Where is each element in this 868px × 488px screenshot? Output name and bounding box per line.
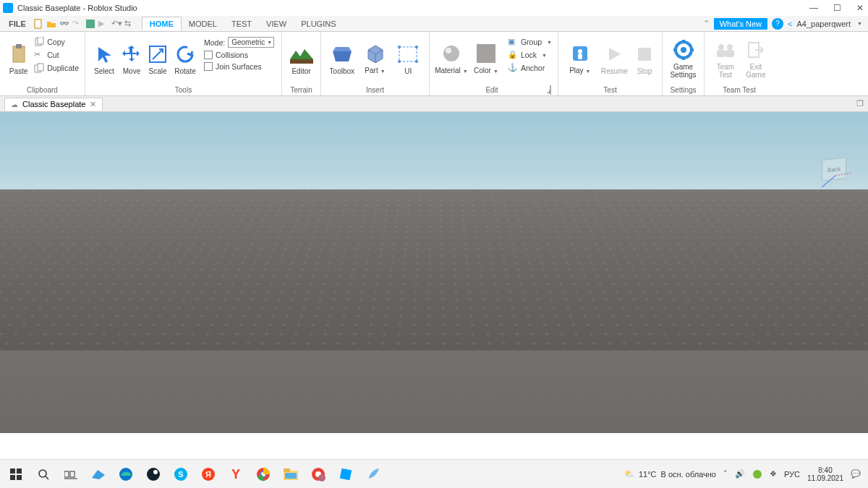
ribbon-group-clipboard: Paste Copy ✂Cut Duplicate Clipboard — [0, 32, 85, 95]
svg-rect-20 — [578, 53, 582, 59]
toolbox-button[interactable]: Toolbox — [326, 35, 359, 82]
weather-widget[interactable]: ⛅ 11°C В осн. облачно — [624, 469, 716, 479]
svg-point-11 — [398, 46, 401, 48]
whats-new-button[interactable]: What's New — [714, 18, 767, 30]
baseplate-terrain — [0, 189, 868, 351]
share-icon[interactable]: < — [788, 20, 792, 28]
document-tab-label: Classic Baseplate — [22, 100, 85, 108]
paste-button[interactable]: Paste — [4, 35, 33, 82]
group-button[interactable]: ▣Group▼ — [506, 36, 553, 48]
resume-button[interactable]: Resume — [597, 35, 632, 82]
lock-button[interactable]: 🔒Lock▼ — [506, 49, 553, 61]
close-tab-icon[interactable]: ✕ — [90, 100, 96, 109]
taskbar-clock[interactable]: 8:40 11.09.2021 — [807, 466, 843, 482]
ribbon-tabs-bar: FILE 👓 ↷ ▶ ↶▾ ⇆ HOME MODEL TEST VIEW PLU… — [0, 16, 868, 32]
edit-dialog-launcher[interactable] — [550, 86, 553, 94]
svg-rect-5 — [38, 37, 43, 44]
anchor-button[interactable]: ⚓Anchor — [506, 62, 553, 74]
cut-button[interactable]: ✂Cut — [33, 49, 80, 61]
move-button[interactable]: Move — [119, 35, 145, 82]
tab-test[interactable]: TEST — [224, 17, 259, 30]
tray-nvidia-icon[interactable]: ❖ — [770, 469, 777, 479]
taskbar-app-1[interactable] — [85, 463, 111, 486]
tab-home[interactable]: HOME — [142, 17, 182, 30]
play-icon[interactable]: ▶ — [98, 19, 109, 29]
qat-customize-icon[interactable]: ⇆ — [124, 19, 135, 29]
tab-plugins[interactable]: PLUGINS — [294, 17, 343, 30]
document-tab[interactable]: ☁ Classic Baseplate ✕ — [4, 98, 103, 111]
windows-taskbar: S Я Y ⛅ 11°C В осн. облачно ˄ 🔊 ❖ РУС 8:… — [0, 459, 868, 488]
taskbar-roblox-studio[interactable] — [333, 463, 359, 486]
taskbar-skype[interactable]: S — [168, 463, 194, 486]
exit-game-button[interactable]: ExitGame — [742, 35, 770, 82]
help-icon[interactable]: ? — [772, 18, 783, 30]
material-button[interactable]: Material▼ — [434, 35, 469, 82]
taskbar-explorer[interactable] — [278, 463, 304, 486]
notifications-icon[interactable]: 💬 — [851, 469, 861, 479]
play-button[interactable]: Play▼ — [563, 35, 597, 82]
taskbar-yandex-browser[interactable]: Y — [223, 463, 249, 486]
taskbar-chrome-profile[interactable] — [305, 463, 331, 486]
ribbon-group-settings: GameSettings Settings — [663, 32, 705, 95]
new-file-icon[interactable] — [33, 19, 43, 29]
svg-rect-3 — [16, 44, 22, 48]
collapse-ribbon-icon[interactable]: ⌃ — [703, 19, 710, 28]
search-button[interactable] — [30, 463, 56, 486]
find-icon[interactable]: 👓 — [59, 19, 69, 29]
taskbar-chrome[interactable] — [250, 463, 276, 486]
group-icon: ▣ — [508, 37, 518, 47]
svg-rect-21 — [638, 48, 651, 61]
scale-button[interactable]: Scale — [145, 35, 171, 82]
volume-icon[interactable]: 🔊 — [735, 469, 745, 479]
svg-line-33 — [822, 176, 835, 187]
svg-rect-37 — [10, 475, 15, 480]
tray-sync-icon[interactable] — [752, 469, 762, 479]
start-button[interactable] — [3, 463, 29, 486]
svg-point-62 — [753, 470, 762, 479]
undo-dropdown-icon[interactable]: ↶▾ — [111, 19, 122, 29]
orientation-widget[interactable]: Back — [817, 155, 854, 192]
taskbar-steam[interactable] — [140, 463, 166, 486]
ribbon-group-insert: Toolbox Part▼ UI Insert — [321, 32, 430, 95]
stop-button[interactable]: Stop — [631, 35, 658, 82]
taskbar-edge[interactable] — [113, 463, 139, 486]
open-file-icon[interactable] — [46, 19, 56, 29]
restore-panels-icon[interactable]: ❐ — [856, 99, 864, 108]
redo-icon[interactable]: ↷ — [72, 19, 82, 29]
minimize-button[interactable]: — — [809, 3, 819, 13]
duplicate-button[interactable]: Duplicate — [33, 62, 80, 74]
rotate-button[interactable]: Rotate — [171, 35, 200, 82]
language-indicator[interactable]: РУС — [784, 470, 800, 479]
taskbar-app-feather[interactable] — [360, 463, 386, 486]
window-gap — [0, 433, 868, 459]
maximize-button[interactable]: ☐ — [832, 3, 842, 13]
svg-rect-61 — [340, 468, 352, 480]
svg-point-60 — [318, 474, 326, 481]
username-label[interactable]: A4_paperqwert — [796, 20, 851, 28]
part-button[interactable]: Part▼ — [359, 35, 392, 82]
ui-button[interactable]: UI — [391, 35, 425, 82]
ribbon-group-team-test: TeamTest ExitGame Team Test — [705, 32, 774, 95]
svg-line-34 — [835, 173, 852, 176]
terrain-editor-button[interactable]: Editor — [286, 35, 316, 82]
save-icon[interactable] — [85, 19, 95, 29]
username-dropdown-icon[interactable]: ▼ — [857, 21, 862, 26]
join-surfaces-checkbox[interactable]: Join Surfaces — [204, 61, 274, 72]
team-test-button[interactable]: TeamTest — [709, 35, 742, 82]
svg-text:Я: Я — [205, 470, 211, 479]
collisions-checkbox[interactable]: Collisions — [204, 50, 274, 60]
file-menu[interactable]: FILE — [4, 20, 30, 28]
tab-model[interactable]: MODEL — [182, 17, 224, 30]
game-settings-button[interactable]: GameSettings — [667, 35, 699, 82]
svg-point-13 — [398, 60, 401, 63]
taskbar-yandex[interactable]: Я — [195, 463, 221, 486]
select-button[interactable]: Select — [90, 35, 119, 82]
tab-view[interactable]: VIEW — [259, 17, 294, 30]
tray-chevron-icon[interactable]: ˄ — [723, 469, 728, 479]
copy-button[interactable]: Copy — [33, 36, 80, 48]
mode-dropdown[interactable]: Geometric▼ — [228, 37, 274, 48]
color-button[interactable]: Color▼ — [469, 35, 503, 82]
task-view-button[interactable] — [58, 463, 84, 486]
viewport[interactable]: Back — [0, 112, 868, 433]
close-button[interactable]: ✕ — [855, 3, 865, 13]
